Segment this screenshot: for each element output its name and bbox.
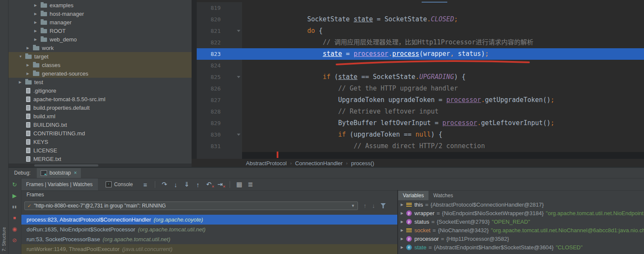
tree-item[interactable]: ▶examples	[9, 1, 192, 9]
chevron-right-icon[interactable]: ▶	[401, 211, 406, 215]
chevron-right-icon[interactable]: ▶	[34, 3, 41, 7]
tab-debugger[interactable]: Frames | Variables | Watches	[21, 178, 98, 190]
code-line-text[interactable]: // Get the HTTP upgrade handler	[242, 83, 644, 94]
tab-console[interactable]: › Console	[102, 178, 136, 190]
code-line-text[interactable]: SocketState state = SocketState.CLOSED;	[242, 14, 644, 25]
tree-item[interactable]: LICENSE	[9, 146, 192, 155]
stop-button[interactable]: ■	[13, 212, 16, 223]
breadcrumb-item[interactable]: AbstractProtocol	[246, 160, 287, 166]
code-line-text[interactable]: if (state == SocketState.UPGRADING) {	[242, 71, 644, 83]
frame-row[interactable]: doRun:1635, NioEndpoint$SocketProcessor(…	[21, 225, 397, 234]
tree-item[interactable]: ▶classes	[9, 61, 192, 69]
chevron-right-icon[interactable]: ▶	[34, 38, 41, 41]
tab-variables[interactable]: Variables	[398, 191, 428, 200]
tree-item[interactable]: ▶test	[9, 78, 192, 86]
tree-item[interactable]: build.properties.default	[9, 103, 192, 112]
line-number[interactable]: 823	[197, 48, 242, 60]
code-line-text[interactable]	[242, 60, 644, 71]
scrollbar-thumb[interactable]	[34, 164, 98, 166]
chevron-right-icon[interactable]: ▶	[401, 220, 406, 224]
next-frame-button[interactable]: ↓	[372, 202, 375, 209]
code-line-text[interactable]: UpgradeToken upgradeToken = processor.ge…	[242, 94, 644, 106]
tree-item[interactable]: ▶manager	[9, 18, 192, 26]
chevron-right-icon[interactable]: ▶	[19, 80, 25, 84]
code-line-text[interactable]: ByteBuffer leftOverInput = processor.get…	[242, 117, 644, 129]
tree-item[interactable]: ▶work	[9, 44, 192, 52]
chevron-right-icon[interactable]: ▶	[34, 12, 41, 16]
editor-hscrollbar[interactable]	[242, 152, 644, 159]
resume-button[interactable]: ▶	[12, 190, 17, 201]
variable-row[interactable]: ▶pstatus={SocketEvent@2793}"OPEN_READ"	[398, 217, 644, 226]
chevron-right-icon[interactable]: ▶	[27, 72, 33, 76]
chevron-right-icon[interactable]: ▶	[27, 46, 33, 50]
settings-icon[interactable]: ≣	[245, 181, 256, 188]
breadcrumb-item[interactable]: process()	[351, 160, 374, 166]
code-line-text[interactable]: // Assume direct HTTP/2 connection	[242, 140, 644, 152]
previous-frame-button[interactable]: ↑	[363, 202, 366, 209]
chevron-down-icon[interactable]: ▼	[19, 55, 25, 58]
tree-item[interactable]: ▶web_demo	[9, 35, 192, 44]
project-tree[interactable]: ▶examples▶host-manager▶manager▶ROOT▶web_…	[9, 0, 192, 163]
chevron-right-icon[interactable]: ▶	[401, 245, 406, 249]
tree-item[interactable]: CONTRIBUTING.md	[9, 129, 192, 137]
tree-item[interactable]: ▼target	[9, 52, 192, 61]
line-number[interactable]: 830	[197, 129, 242, 140]
hide-frames-filter-icon[interactable]	[381, 203, 386, 208]
variable-row[interactable]: ▶this={AbstractProtocol$ConnectionHandle…	[398, 200, 644, 209]
line-number[interactable]: 831	[197, 140, 242, 152]
rerun-debug-button[interactable]: ↻	[12, 179, 17, 190]
fold-arrow-icon[interactable]	[237, 30, 240, 32]
line-number[interactable]: 820	[197, 14, 242, 25]
chevron-right-icon[interactable]: ▶	[27, 63, 33, 67]
pause-button[interactable]: ▮▮	[12, 201, 17, 212]
tree-item[interactable]: build.xml	[9, 112, 192, 120]
tree-item[interactable]: ▶generated-sources	[9, 69, 192, 78]
tree-item[interactable]: .gitignore	[9, 86, 192, 95]
variable-row[interactable]: ▶pprocessor={Http11Processor@3582}	[398, 234, 644, 243]
chevron-right-icon[interactable]: ▶	[401, 203, 406, 207]
tree-item[interactable]: BUILDING.txt	[9, 120, 192, 129]
view-breakpoints-button[interactable]: ◉	[12, 223, 17, 234]
evaluate-expression-icon[interactable]: ▦	[234, 181, 245, 188]
code-line-text[interactable]: // Retrieve leftover input	[242, 106, 644, 117]
tree-item[interactable]: ▶host-manager	[9, 9, 192, 18]
chevron-right-icon[interactable]: ▶	[401, 228, 406, 232]
variable-row[interactable]: ▶estate={AbstractEndpoint$Handler$Socket…	[398, 243, 644, 251]
structure-toolwindow-button[interactable]: 7: Structure	[1, 227, 6, 251]
step-out-icon[interactable]: ↑	[192, 181, 204, 188]
fold-arrow-icon[interactable]	[237, 76, 240, 78]
tab-watches[interactable]: Watches	[428, 191, 458, 200]
chevron-right-icon[interactable]: ▶	[401, 237, 406, 241]
code-line-text[interactable]: // 调用应用层处理器处理，比如Http11Processor进行请求内容的解析	[242, 37, 644, 48]
code-line-text[interactable]: do {	[242, 25, 644, 37]
step-over-icon[interactable]: ↷	[159, 181, 170, 188]
chevron-right-icon[interactable]: ▶	[34, 29, 41, 33]
run-to-cursor-icon[interactable]: ⇥×	[215, 181, 226, 188]
line-number[interactable]: 826	[197, 83, 242, 94]
frame-row[interactable]: run:53, SocketProcessorBase(org.apache.t…	[21, 234, 397, 244]
breadcrumb-item[interactable]: ConnectionHandler	[295, 160, 343, 166]
tree-item[interactable]: MERGE.txt	[9, 155, 192, 163]
code-line-text[interactable]: if (upgradeToken == null) {	[242, 129, 644, 140]
close-icon[interactable]: ×	[74, 170, 77, 175]
tree-item[interactable]: apache-tomcat-8.5.50-src.iml	[9, 95, 192, 103]
fold-arrow-icon[interactable]	[237, 134, 240, 136]
restore-layout-icon[interactable]: ≡	[140, 181, 151, 188]
tree-item[interactable]: KEYS	[9, 137, 192, 146]
line-number[interactable]: 829	[197, 117, 242, 129]
line-number[interactable]: 825	[197, 71, 242, 83]
code-line-text[interactable]	[242, 2, 644, 14]
mute-breakpoints-button[interactable]: ⊘	[12, 234, 17, 245]
variable-row[interactable]: ▶pwrapper={NioEndpoint$NioSocketWrapper@…	[398, 209, 644, 217]
line-number[interactable]: 827	[197, 94, 242, 106]
line-number[interactable]: 828	[197, 106, 242, 117]
drop-frame-icon[interactable]: ↶×	[204, 181, 215, 188]
tree-item[interactable]: ▶ROOT	[9, 26, 192, 35]
variable-row[interactable]: ▶socket={NioChannel@3432}"org.apache.tom…	[398, 226, 644, 234]
step-into-icon[interactable]: ↓	[170, 181, 181, 188]
line-number[interactable]: 822	[197, 37, 242, 48]
chevron-right-icon[interactable]: ▶	[34, 20, 41, 24]
line-number[interactable]: 821	[197, 25, 242, 37]
line-number[interactable]: 824	[197, 60, 242, 71]
code-line-text[interactable]: state = processor.process(wrapper, statu…	[242, 48, 644, 60]
